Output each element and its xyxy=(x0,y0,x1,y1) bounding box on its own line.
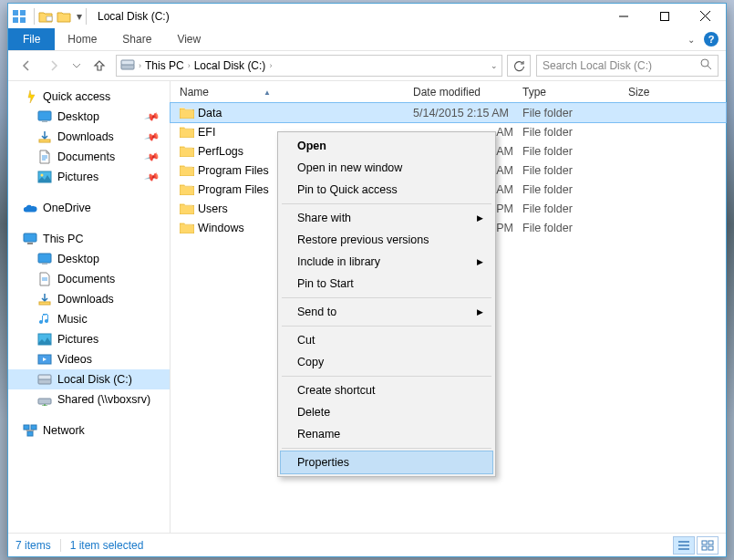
nav-pc-desktop[interactable]: Desktop xyxy=(8,249,170,269)
svg-rect-20 xyxy=(38,254,51,263)
nav-pc-shared[interactable]: Shared (\\vboxsrv) xyxy=(8,389,170,410)
context-menu-item[interactable]: Rename xyxy=(281,423,492,445)
svg-rect-28 xyxy=(24,425,29,430)
nav-label: Pictures xyxy=(57,333,98,346)
nav-this-pc[interactable]: This PC xyxy=(8,229,170,249)
file-name: Data xyxy=(198,107,413,119)
context-menu-item[interactable]: Properties xyxy=(281,451,492,473)
nav-label: Music xyxy=(57,313,88,326)
submenu-arrow-icon: ▶ xyxy=(477,257,483,266)
nav-label: Documents xyxy=(57,273,115,285)
nav-label: Documents xyxy=(57,150,115,163)
refresh-button[interactable] xyxy=(507,55,531,77)
context-menu-item[interactable]: Share with▶ xyxy=(281,207,492,229)
tab-home[interactable]: Home xyxy=(55,28,109,50)
context-menu: OpenOpen in new windowPin to Quick acces… xyxy=(277,131,496,477)
column-date[interactable]: Date modified xyxy=(413,86,522,99)
tab-view[interactable]: View xyxy=(164,28,213,50)
nav-downloads[interactable]: Downloads📌 xyxy=(8,127,170,147)
svg-rect-22 xyxy=(39,302,50,305)
music-icon xyxy=(37,312,52,327)
nav-pictures[interactable]: Pictures📌 xyxy=(8,167,170,187)
column-size[interactable]: Size xyxy=(628,86,726,99)
nav-label: OneDrive xyxy=(43,202,91,214)
nav-network[interactable]: Network xyxy=(8,420,170,441)
context-menu-item[interactable]: Restore previous versions xyxy=(281,229,492,251)
nav-desktop[interactable]: Desktop📌 xyxy=(8,107,170,127)
svg-rect-27 xyxy=(38,399,51,404)
context-menu-item[interactable]: Cut xyxy=(281,329,492,351)
folder-icon xyxy=(180,164,198,176)
context-menu-item[interactable]: Pin to Quick access xyxy=(281,179,492,201)
breadcrumb[interactable]: › This PC › Local Disk (C:) › ⌄ xyxy=(116,55,502,77)
nav-pc-local-disk[interactable]: Local Disk (C:) xyxy=(8,369,170,389)
context-menu-item[interactable]: Open in new window xyxy=(281,157,492,179)
nav-label: Network xyxy=(43,424,85,437)
tab-file[interactable]: File xyxy=(8,28,55,50)
file-type: File folder xyxy=(522,222,628,234)
file-row[interactable]: Data5/14/2015 2:15 AMFile folder xyxy=(171,103,726,122)
svg-rect-1 xyxy=(20,10,26,16)
file-type: File folder xyxy=(522,164,628,177)
column-name[interactable]: Name▲ xyxy=(180,86,413,99)
context-menu-item[interactable]: Send to▶ xyxy=(281,301,492,323)
context-menu-label: Cut xyxy=(297,334,315,347)
crumb-root[interactable]: This PC xyxy=(145,59,184,72)
nav-quick-access[interactable]: Quick access xyxy=(8,87,170,107)
nav-pc-pictures[interactable]: Pictures xyxy=(8,329,170,349)
close-button[interactable] xyxy=(685,4,726,28)
tab-share[interactable]: Share xyxy=(109,28,164,50)
context-menu-item[interactable]: Include in library▶ xyxy=(281,251,492,273)
svg-rect-0 xyxy=(13,10,18,16)
folder-icon xyxy=(180,126,198,138)
recent-locations-button[interactable] xyxy=(70,55,83,77)
svg-rect-31 xyxy=(702,541,707,544)
context-menu-item[interactable]: Create shortcut xyxy=(281,379,492,401)
back-button[interactable] xyxy=(16,55,37,77)
help-icon[interactable]: ? xyxy=(704,32,718,47)
address-bar: › This PC › Local Disk (C:) › ⌄ Search L… xyxy=(8,51,726,81)
column-headers: Name▲ Date modified Type Size xyxy=(171,81,726,103)
quick-access-icon xyxy=(23,89,37,104)
ribbon-expand-icon[interactable]: ⌄ xyxy=(687,35,695,45)
desktop-icon xyxy=(37,252,52,266)
column-type[interactable]: Type xyxy=(522,86,628,99)
context-menu-item[interactable]: Pin to Start xyxy=(281,273,492,295)
documents-icon xyxy=(37,272,52,286)
nav-pc-documents[interactable]: Documents xyxy=(8,269,170,289)
maximize-button[interactable] xyxy=(644,4,685,28)
crumb-location[interactable]: Local Disk (C:) xyxy=(194,59,266,72)
context-menu-item[interactable]: Copy xyxy=(281,351,492,373)
pin-icon: 📌 xyxy=(144,149,161,165)
svg-point-17 xyxy=(41,174,44,177)
forward-button[interactable] xyxy=(43,55,65,77)
minimize-button[interactable] xyxy=(603,4,644,28)
context-menu-item[interactable]: Delete xyxy=(281,401,492,423)
context-menu-item[interactable]: Open xyxy=(281,135,492,157)
new-folder-icon[interactable] xyxy=(57,9,71,24)
qat-overflow-icon[interactable]: ▾ xyxy=(77,10,82,23)
context-menu-label: Delete xyxy=(297,406,330,419)
pin-icon: 📌 xyxy=(144,109,161,125)
submenu-arrow-icon: ▶ xyxy=(477,307,483,316)
large-icons-view-button[interactable] xyxy=(697,536,718,555)
nav-onedrive[interactable]: OneDrive xyxy=(8,198,170,218)
explorer-icon xyxy=(12,9,26,24)
address-dropdown-icon[interactable]: ⌄ xyxy=(491,61,498,70)
folder-prop-icon[interactable] xyxy=(38,9,53,24)
network-drive-icon xyxy=(37,392,52,407)
details-view-button[interactable] xyxy=(673,536,695,555)
submenu-arrow-icon: ▶ xyxy=(477,213,483,223)
search-input[interactable]: Search Local Disk (C:) xyxy=(536,55,718,77)
file-type: File folder xyxy=(522,107,628,119)
svg-rect-2 xyxy=(13,17,18,23)
up-button[interactable] xyxy=(88,55,110,77)
nav-documents[interactable]: Documents📌 xyxy=(8,147,170,167)
folder-icon xyxy=(180,222,198,233)
nav-pc-music[interactable]: Music xyxy=(8,309,170,329)
nav-pc-downloads[interactable]: Downloads xyxy=(8,289,170,309)
nav-pc-videos[interactable]: Videos xyxy=(8,349,170,369)
context-menu-separator xyxy=(282,376,491,377)
svg-rect-18 xyxy=(24,233,36,242)
context-menu-label: Pin to Start xyxy=(297,277,354,290)
